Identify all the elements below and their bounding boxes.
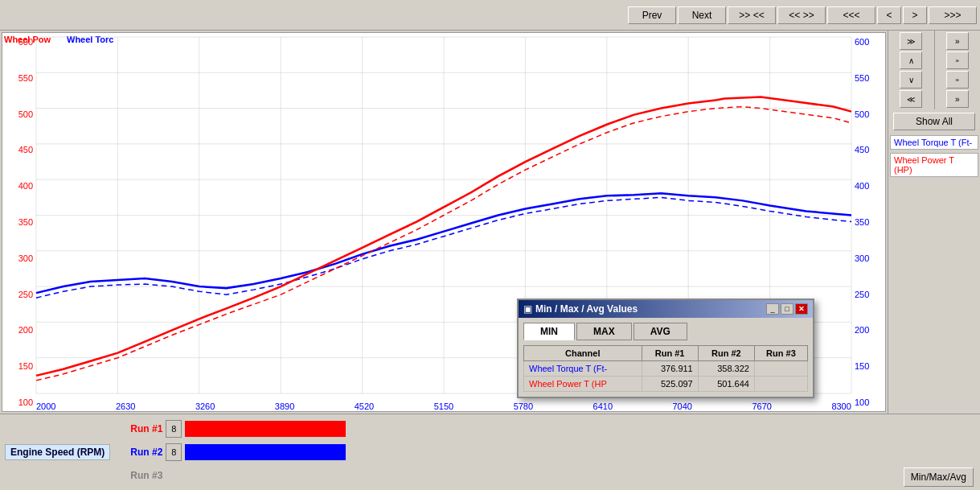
toolbar: Prev Next >> << << >> <<< < > >>> <box>0 0 980 31</box>
modal-maximize-button[interactable]: □ <box>781 303 793 315</box>
right-panel-top: ≫ ∧ ∨ ≪ » » » » <box>888 31 980 109</box>
scroll-right-up-button[interactable]: » <box>946 51 969 69</box>
modal-titlebar: ▣ Min / Max / Avg Values _ □ ✕ <box>519 300 813 318</box>
right-col-left: ≫ ∧ ∨ ≪ <box>888 31 935 109</box>
table-row: Wheel Torque T (Ft- 376.911 358.322 <box>524 361 808 377</box>
table-row: Wheel Power T (HP 525.097 501.644 <box>524 377 808 392</box>
power-run3-val <box>754 377 807 392</box>
min-max-button[interactable]: Min/Max/Avg <box>904 467 974 487</box>
modal-close-button[interactable]: ✕ <box>795 303 808 315</box>
col-run3: Run #3 <box>754 346 807 361</box>
scroll-bottom-button[interactable]: ≪ <box>900 90 922 108</box>
x-axis: 2000 2630 3260 3890 4520 5150 5780 6410 … <box>36 401 851 411</box>
run2-bar <box>185 444 346 460</box>
col-channel: Channel <box>524 346 642 361</box>
rewind-button[interactable]: <<< <box>827 6 875 24</box>
scroll-right-down-button[interactable]: » <box>946 71 969 89</box>
torque-run1-val: 376.911 <box>642 361 698 377</box>
scroll-right-bottom-button[interactable]: » <box>946 90 969 108</box>
run3-label: Run #3 <box>118 470 162 481</box>
modal-title: Min / Max / Avg Values <box>535 303 763 315</box>
run1-num-box: 8 <box>166 420 182 438</box>
col-run1: Run #1 <box>642 346 698 361</box>
modal-table: Channel Run #1 Run #2 Run #3 Wheel Torqu… <box>523 345 808 392</box>
right-col-right: » » » » <box>935 31 981 109</box>
run1-row: Run #1 8 <box>118 418 897 439</box>
modal-body: MIN MAX AVG Channel Run #1 Run #2 Run #3 <box>519 318 813 397</box>
run3-row: Run #3 <box>118 465 897 486</box>
modal-controls: _ □ ✕ <box>766 303 808 315</box>
power-run2-val: 501.644 <box>698 377 754 392</box>
scroll-down-button[interactable]: ∨ <box>900 71 922 89</box>
modal-icon: ▣ <box>523 303 532 315</box>
run-rows: Run #1 8 Run #2 8 Run #3 <box>118 414 897 490</box>
fast-fwd-button[interactable]: << >> <box>777 6 826 24</box>
scroll-right-top-button[interactable]: » <box>946 32 969 50</box>
legend-torque[interactable]: Wheel Torque T (Ft- <box>890 135 978 150</box>
content-area: Wheel Pow Wheel Torc 600 550 500 450 400… <box>0 31 980 414</box>
modal-minimize-button[interactable]: _ <box>766 303 779 315</box>
modal-tabs: MIN MAX AVG <box>523 323 808 340</box>
tab-avg[interactable]: AVG <box>634 323 687 340</box>
legend-power[interactable]: Wheel Power T (HP) <box>890 153 978 177</box>
col-run2: Run #2 <box>698 346 754 361</box>
channel-power: Wheel Power T (HP <box>524 377 642 392</box>
left-arrow-button[interactable]: < <box>877 6 901 24</box>
channel-torque: Wheel Torque T (Ft- <box>524 361 642 377</box>
next-button[interactable]: Next <box>678 6 726 24</box>
engine-speed-label: Engine Speed (RPM) <box>5 444 110 460</box>
main-container: Prev Next >> << << >> <<< < > >>> Wheel … <box>0 0 980 490</box>
y-axis-left: 600 550 500 450 400 350 300 250 200 150 … <box>2 33 35 411</box>
right-arrow-button[interactable]: > <box>903 6 927 24</box>
tab-min[interactable]: MIN <box>523 323 575 340</box>
show-all-button[interactable]: Show All <box>893 113 976 130</box>
torque-run2-val: 358.322 <box>698 361 754 377</box>
right-panel: ≫ ∧ ∨ ≪ » » » » Show All Wheel Torque T … <box>888 31 980 414</box>
scroll-top-button[interactable]: ≫ <box>900 32 922 50</box>
power-run1-val: 525.097 <box>642 377 698 392</box>
chart-wrapper: Wheel Pow Wheel Torc 600 550 500 450 400… <box>2 32 886 412</box>
torque-run3-val <box>754 361 807 377</box>
fast-right-button[interactable]: >>> <box>929 6 977 24</box>
run2-label: Run #2 <box>118 447 162 458</box>
fast-rev-button[interactable]: >> << <box>728 6 776 24</box>
y-axis-right: 600 550 500 450 400 350 300 250 200 150 … <box>853 33 885 411</box>
run1-label: Run #1 <box>118 423 162 434</box>
scroll-up-button[interactable]: ∧ <box>900 51 922 69</box>
prev-button[interactable]: Prev <box>628 6 676 24</box>
run2-row: Run #2 8 <box>118 442 897 463</box>
run1-bar <box>185 421 346 437</box>
modal-dialog[interactable]: ▣ Min / Max / Avg Values _ □ ✕ MIN MAX A… <box>517 299 814 398</box>
run2-num-box: 8 <box>166 443 182 461</box>
bottom-panel: Engine Speed (RPM) Run #1 8 Run #2 8 Run… <box>0 414 980 490</box>
tab-max[interactable]: MAX <box>576 323 632 340</box>
